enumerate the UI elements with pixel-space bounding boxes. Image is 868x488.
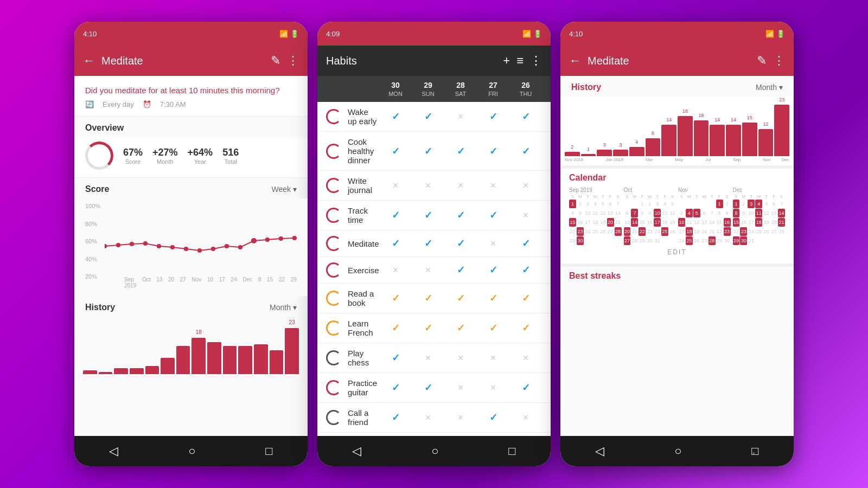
check-cell[interactable]: ✓	[477, 209, 509, 221]
cal-day-cell: 19	[693, 227, 700, 236]
check-cell[interactable]: ✓	[412, 111, 444, 123]
edit-icon-1[interactable]: ✎	[271, 54, 280, 68]
day-col-mon: 30 MON	[379, 80, 412, 98]
check-cell[interactable]: ✓	[412, 145, 444, 157]
check-cell[interactable]: ✓	[509, 111, 542, 123]
habit-row[interactable]: Read a book✓✓✓✓✓	[317, 284, 551, 313]
habit-row[interactable]: Learn French✓✓✓✓✓	[317, 313, 551, 343]
history3-period-select[interactable]: Month ▾	[756, 83, 783, 92]
check-cell[interactable]: ×	[444, 180, 477, 191]
edit-icon-3[interactable]: ✎	[757, 54, 767, 68]
habit-row[interactable]: Wake up early✓✓×✓✓	[317, 102, 551, 132]
back-nav-btn[interactable]: ◁	[109, 444, 118, 458]
check-cell[interactable]: ✓	[509, 264, 542, 276]
check-cell[interactable]: ✓	[412, 237, 444, 249]
filter-icon[interactable]: ≡	[516, 54, 524, 68]
habit-row[interactable]: Practice guitar✓✓××✓	[317, 373, 551, 403]
check-cell[interactable]: ×	[509, 352, 542, 364]
back-icon[interactable]: ←	[83, 54, 95, 68]
back-nav-btn-2[interactable]: ◁	[352, 444, 361, 458]
add-icon[interactable]: +	[503, 54, 510, 68]
history-period-select[interactable]: Month ▾	[270, 303, 297, 312]
check-cell[interactable]: ✓	[379, 237, 412, 249]
home-nav-btn-2[interactable]: ○	[431, 444, 438, 458]
check-cell[interactable]: ×	[444, 352, 477, 364]
check-cell[interactable]: ✓	[379, 352, 412, 364]
habit-row[interactable]: Play chess✓××××	[317, 343, 551, 373]
recents-nav-btn-2[interactable]: □	[508, 444, 515, 458]
back-icon-3[interactable]: ←	[569, 54, 581, 68]
check-cell[interactable]: ×	[444, 412, 477, 423]
check-cell[interactable]: ×	[509, 210, 542, 221]
check-cell[interactable]: ×	[444, 111, 477, 123]
check-cell[interactable]: ×	[509, 412, 542, 423]
y80: 80%	[85, 221, 100, 227]
home-nav-btn-3[interactable]: ○	[674, 444, 681, 458]
habit-row[interactable]: Write journal×××××	[317, 171, 551, 201]
check-cell[interactable]: ×	[509, 180, 542, 191]
check-cell[interactable]: ×	[412, 180, 444, 191]
check-cell[interactable]: ✓	[412, 382, 444, 394]
hbar-label: 14	[731, 117, 736, 123]
history3-bar: 8	[646, 138, 661, 156]
check-cell[interactable]: ✓	[412, 292, 444, 304]
edit-button[interactable]: EDIT	[569, 245, 785, 259]
recents-nav-btn-3[interactable]: □ K	[751, 444, 758, 458]
check-cell[interactable]: ✓	[477, 264, 509, 276]
check-cell[interactable]: ✓	[379, 382, 412, 394]
status-icons-1: 📶 🔋	[279, 30, 299, 38]
check-cell[interactable]: ×	[444, 382, 477, 394]
check-cell[interactable]: ✓	[477, 145, 509, 157]
home-nav-btn[interactable]: ○	[188, 444, 195, 458]
check-cell[interactable]: ×	[412, 412, 444, 423]
check-cell[interactable]: ✓	[379, 209, 412, 221]
check-cell[interactable]: ×	[477, 180, 509, 191]
score-period-select[interactable]: Week ▾	[271, 185, 297, 194]
history3-chevron-icon: ▾	[779, 83, 783, 92]
check-cell[interactable]: ✓	[379, 322, 412, 334]
cal-day-cell: 18	[592, 218, 599, 227]
check-cell[interactable]: ✓	[509, 292, 542, 304]
check-cell[interactable]: ✓	[477, 412, 509, 423]
habit-row[interactable]: Cook healthy dinner✓✓✓✓✓	[317, 132, 551, 171]
check-cell[interactable]: ×	[477, 382, 509, 394]
more-icon-2[interactable]: ⋮	[530, 54, 542, 68]
more-icon-3[interactable]: ⋮	[773, 54, 785, 68]
check-cell[interactable]: ✓	[444, 322, 477, 334]
habit-row[interactable]: Exercise××✓✓✓	[317, 257, 551, 284]
svg-point-5	[105, 244, 107, 248]
check-cell[interactable]: ✓	[412, 209, 444, 221]
check-cell[interactable]: ✓	[509, 237, 542, 249]
check-cell[interactable]: ×	[379, 265, 412, 276]
check-cell[interactable]: ✓	[509, 145, 542, 157]
check-cell[interactable]: ✓	[379, 111, 412, 123]
check-cell[interactable]: ✓	[509, 322, 542, 334]
cal-day-header: S	[569, 194, 576, 199]
check-cell[interactable]: ×	[477, 238, 509, 249]
back-nav-btn-3[interactable]: ◁	[595, 444, 604, 458]
check-cell[interactable]: ×	[477, 352, 509, 364]
check-cell[interactable]: ✓	[444, 264, 477, 276]
check-cell[interactable]: ✓	[412, 322, 444, 334]
check-cell[interactable]: ×	[379, 180, 412, 191]
check-cell[interactable]: ✓	[444, 292, 477, 304]
recents-nav-btn[interactable]: □	[265, 444, 272, 458]
check-cell[interactable]: ✓	[477, 292, 509, 304]
check-cell[interactable]: ×	[412, 352, 444, 364]
habit-row[interactable]: Call a friend✓××✓×	[317, 403, 551, 433]
check-cell[interactable]: ✓	[379, 292, 412, 304]
check-cell[interactable]: ✓	[379, 145, 412, 157]
check-cell[interactable]: ✓	[444, 145, 477, 157]
check-cell[interactable]: ✓	[444, 209, 477, 221]
cal-day-header: F	[661, 194, 668, 199]
habit-row[interactable]: Meditate✓✓✓×✓	[317, 230, 551, 257]
check-cell[interactable]: ×	[412, 265, 444, 276]
more-icon-1[interactable]: ⋮	[287, 54, 299, 68]
cal-day-header: F	[770, 194, 777, 199]
check-cell[interactable]: ✓	[444, 237, 477, 249]
habit-row[interactable]: Track time✓✓✓✓×	[317, 201, 551, 230]
check-cell[interactable]: ✓	[379, 412, 412, 423]
check-cell[interactable]: ✓	[477, 111, 509, 123]
check-cell[interactable]: ✓	[477, 322, 509, 334]
check-cell[interactable]: ✓	[509, 382, 542, 394]
